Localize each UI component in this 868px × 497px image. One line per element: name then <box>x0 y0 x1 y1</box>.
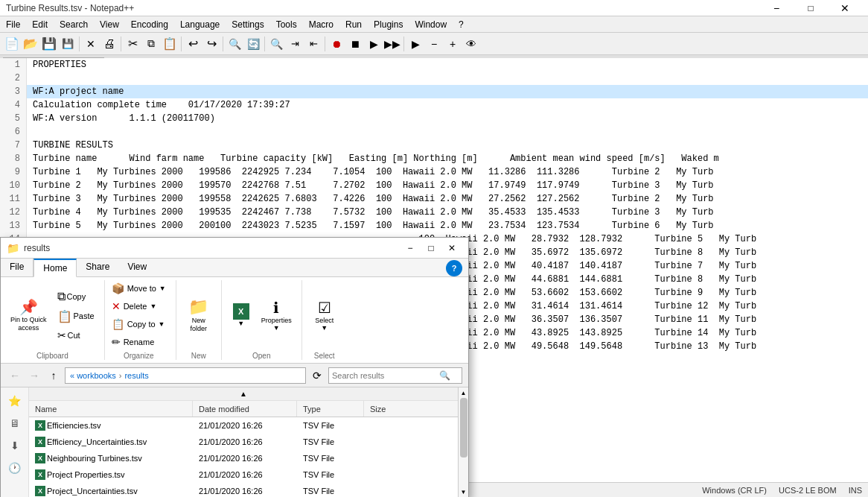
properties-btn[interactable]: ℹ Properties ▼ <box>258 297 296 334</box>
menu-run[interactable]: Run <box>339 16 368 33</box>
excel-open-btn[interactable]: X ▼ <box>228 297 255 334</box>
sidebar-nav: ⭐ 🖥 ⬇ 🕐 <box>1 387 29 497</box>
tb-unfold[interactable]: + <box>444 35 462 53</box>
tb-redo[interactable]: ↪ <box>202 35 220 53</box>
nav-back-btn[interactable]: ← <box>7 367 23 384</box>
paste-btn[interactable]: 📋 Paste <box>54 307 98 326</box>
organize-group: 📦 Move to ▼ ✕ Delete ▼ 📋 Copy to ▼ <box>108 280 176 360</box>
file-name-cell: XNeighbouring Turbines.tsv <box>29 453 193 463</box>
search-icon: 🔍 <box>439 370 450 381</box>
menu-language[interactable]: Language <box>174 16 226 33</box>
menu-tools[interactable]: Tools <box>270 16 303 33</box>
col-header-name[interactable]: Name <box>29 401 193 417</box>
tb-unindent[interactable]: ⇤ <box>304 35 322 53</box>
ribbon-help-btn[interactable]: ? <box>446 260 462 276</box>
editor-line: 5WF:A version 1.1.1 (20011700) <box>0 112 868 125</box>
minimize-btn[interactable]: − <box>759 0 794 16</box>
tb-undo[interactable]: ↩ <box>184 35 202 53</box>
copy-to-btn[interactable]: 📋 Copy to ▼ <box>108 316 170 332</box>
delete-btn[interactable]: ✕ Delete ▼ <box>108 298 170 314</box>
move-to-btn[interactable]: 📦 Move to ▼ <box>108 280 170 297</box>
breadcrumb-sep1: › <box>119 371 122 380</box>
line-content: WF:A version 1.1.1 (20011700) <box>27 112 868 125</box>
file-icon: X <box>35 453 45 463</box>
ribbon-tab-view[interactable]: View <box>118 259 156 276</box>
menu-settings[interactable]: Settings <box>226 16 269 33</box>
tb-cut[interactable]: ✂ <box>124 35 141 53</box>
file-row[interactable]: XEfficiencies.tsv21/01/2020 16:26TSV Fil… <box>29 417 458 434</box>
menu-encoding[interactable]: Encoding <box>125 16 174 33</box>
rename-btn[interactable]: ✏ Rename <box>108 334 170 350</box>
tb-replace[interactable]: 🔄 <box>244 35 262 53</box>
sidebar-downloads-btn[interactable]: ⬇ <box>4 435 25 456</box>
tb-save-all[interactable]: 💾 <box>59 35 77 53</box>
scrollbar[interactable]: ▲ ▼ <box>458 387 468 497</box>
menu-window[interactable]: Window <box>409 16 453 33</box>
tb-new[interactable]: 📄 <box>3 35 21 53</box>
tb-paste[interactable]: 📋 <box>161 35 179 53</box>
new-folder-btn[interactable]: 📁 Newfolder <box>182 295 215 335</box>
col-header-type[interactable]: Type <box>297 401 364 417</box>
pin-quick-access-btn[interactable]: 📌 Pin to Quickaccess <box>7 296 51 335</box>
select-group-label: Select <box>308 350 341 360</box>
ribbon-tab-file[interactable]: File <box>1 259 33 276</box>
dialog-minimize-btn[interactable]: − <box>400 240 421 256</box>
tb-macro-run[interactable]: ▶▶ <box>383 35 401 53</box>
col-header-size[interactable]: Size <box>364 401 409 417</box>
sidebar-favorites-btn[interactable]: ⭐ <box>4 390 25 411</box>
cut-btn[interactable]: ✂ Cut <box>54 327 98 344</box>
tb-preview[interactable]: 👁 <box>462 35 480 53</box>
menu-file[interactable]: File <box>0 16 26 33</box>
sidebar-desktop-btn[interactable]: 🖥 <box>4 413 25 434</box>
tb-macro-play[interactable]: ▶ <box>365 35 383 53</box>
scroll-up-btn[interactable]: ▲ <box>459 387 468 398</box>
maximize-btn[interactable]: □ <box>794 0 828 16</box>
tb-close[interactable]: ✕ <box>82 35 100 53</box>
tb-open[interactable]: 📂 <box>22 35 39 53</box>
tb-copy[interactable]: ⧉ <box>142 35 160 53</box>
tb-save[interactable]: 💾 <box>40 35 58 53</box>
nav-forward-btn[interactable]: → <box>26 367 42 384</box>
ribbon-tab-share[interactable]: Share <box>77 259 118 276</box>
file-name-text: Efficiency_Uncertainties.tsv <box>47 437 147 446</box>
file-name-text: Project Properties.tsv <box>47 470 125 479</box>
nav-refresh-btn[interactable]: ⟳ <box>309 367 325 384</box>
menu-plugins[interactable]: Plugins <box>368 16 409 33</box>
close-btn[interactable]: ✕ <box>828 0 862 16</box>
search-box[interactable]: 🔍 <box>328 367 462 384</box>
tb-macro-stop[interactable]: ⏹ <box>346 35 364 53</box>
address-bar[interactable]: « workbooks › results <box>65 367 306 384</box>
tb-find[interactable]: 🔍 <box>226 35 243 53</box>
dialog-maximize-btn[interactable]: □ <box>421 240 441 256</box>
tb-indent[interactable]: ⇥ <box>286 35 304 53</box>
tb-zoom-in[interactable]: 🔍 <box>267 35 285 53</box>
nav-up-btn[interactable]: ↑ <box>45 367 62 384</box>
file-row[interactable]: XProject Properties.tsv21/01/2020 16:26T… <box>29 466 458 483</box>
menu-edit[interactable]: Edit <box>26 16 54 33</box>
menu-help[interactable]: ? <box>453 16 470 33</box>
ribbon-tab-home[interactable]: Home <box>33 259 77 277</box>
tb-macro-rec[interactable]: ⏺ <box>328 35 345 53</box>
select-btn[interactable]: ☑ Select ▼ <box>308 297 341 334</box>
file-row[interactable]: XProject_Uncertainties.tsv21/01/2020 16:… <box>29 483 458 497</box>
line-number: 13 <box>0 219 27 232</box>
file-type-cell: TSV File <box>297 454 364 463</box>
menu-macro[interactable]: Macro <box>303 16 339 33</box>
menu-view[interactable]: View <box>94 16 125 33</box>
scroll-down-btn[interactable]: ▼ <box>459 487 468 497</box>
copy-to-label: Copy to <box>127 320 156 329</box>
file-row[interactable]: XEfficiency_Uncertainties.tsv21/01/2020 … <box>29 434 458 450</box>
menu-search[interactable]: Search <box>54 16 94 33</box>
scroll-thumb[interactable] <box>460 398 467 458</box>
dialog-close-btn[interactable]: ✕ <box>441 240 462 256</box>
sort-arrow: ▲ <box>240 390 247 398</box>
sidebar-recent-btn[interactable]: 🕐 <box>4 458 25 478</box>
tb-run[interactable]: ▶ <box>406 35 424 53</box>
tb-print[interactable]: 🖨 <box>100 35 118 53</box>
col-header-date[interactable]: Date modified <box>193 401 297 417</box>
file-row[interactable]: XNeighbouring Turbines.tsv21/01/2020 16:… <box>29 450 458 466</box>
search-input[interactable] <box>332 371 436 380</box>
copy-btn[interactable]: ⧉ Copy <box>54 288 98 306</box>
editor-line: 9Turbine 1 My Turbines 2000 199586 22429… <box>0 165 868 179</box>
tb-fold[interactable]: − <box>425 35 443 53</box>
